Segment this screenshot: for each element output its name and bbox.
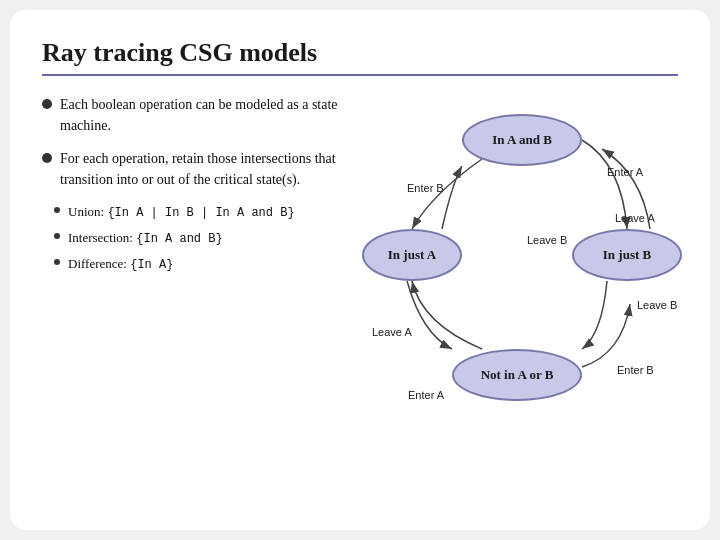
slide-title: Ray tracing CSG models bbox=[42, 38, 678, 76]
label-leave-a-bottom: Leave A bbox=[372, 326, 412, 338]
diagram: In A and B In just A In just B Not in A … bbox=[352, 84, 692, 434]
bullet-2: For each operation, retain those interse… bbox=[42, 148, 342, 190]
label-enter-b-bottom: Enter B bbox=[617, 364, 654, 376]
sub-bullets: Union: {In A | In B | In A and B} Inters… bbox=[54, 202, 342, 274]
sub-bullet-intersection-text: Intersection: {In A and B} bbox=[68, 228, 223, 248]
left-panel: Each boolean operation can be modeled as… bbox=[42, 94, 342, 506]
difference-detail: {In A} bbox=[130, 258, 173, 272]
sub-bullet-union: Union: {In A | In B | In A and B} bbox=[54, 202, 342, 222]
bullet-2-dot bbox=[42, 153, 52, 163]
label-enter-b: Enter B bbox=[407, 182, 444, 194]
label-enter-a-right: Enter A bbox=[607, 166, 643, 178]
node-right-label: In just B bbox=[603, 247, 651, 263]
sub-bullet-union-text: Union: {In A | In B | In A and B} bbox=[68, 202, 295, 222]
bullet-1-text: Each boolean operation can be modeled as… bbox=[60, 94, 342, 136]
content-area: Each boolean operation can be modeled as… bbox=[42, 94, 678, 506]
node-not-in-a-or-b: Not in A or B bbox=[452, 349, 582, 401]
label-leave-a-right: Leave A bbox=[615, 212, 655, 224]
sub-bullet-difference: Difference: {In A} bbox=[54, 254, 342, 274]
intersection-detail: {In A and B} bbox=[136, 232, 222, 246]
node-bottom-label: Not in A or B bbox=[481, 367, 554, 383]
sub-bullet-union-dot bbox=[54, 207, 60, 213]
sub-bullet-intersection: Intersection: {In A and B} bbox=[54, 228, 342, 248]
sub-bullet-difference-text: Difference: {In A} bbox=[68, 254, 173, 274]
node-in-a-and-b: In A and B bbox=[462, 114, 582, 166]
sub-bullet-intersection-dot bbox=[54, 233, 60, 239]
node-left-label: In just A bbox=[388, 247, 436, 263]
bullet-1-dot bbox=[42, 99, 52, 109]
bullet-1: Each boolean operation can be modeled as… bbox=[42, 94, 342, 136]
node-in-just-b: In just B bbox=[572, 229, 682, 281]
node-in-just-a: In just A bbox=[362, 229, 462, 281]
right-panel: In A and B In just A In just B Not in A … bbox=[352, 94, 678, 506]
node-top-label: In A and B bbox=[492, 132, 552, 148]
sub-bullet-difference-dot bbox=[54, 259, 60, 265]
label-leave-b-top: Leave B bbox=[527, 234, 567, 246]
union-detail: {In A | In B | In A and B} bbox=[107, 206, 294, 220]
bullet-2-text: For each operation, retain those interse… bbox=[60, 148, 342, 190]
label-enter-a-bottom: Enter A bbox=[408, 389, 444, 401]
slide: Ray tracing CSG models Each boolean oper… bbox=[10, 10, 710, 530]
label-leave-b-bottom: Leave B bbox=[637, 299, 677, 311]
